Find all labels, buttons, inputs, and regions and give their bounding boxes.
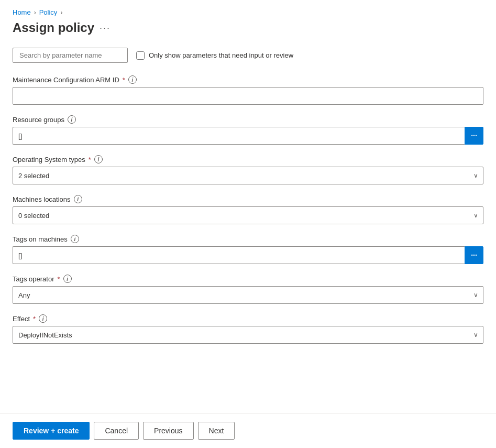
- machines-locations-dropdown-container: 0 selected ∨: [13, 206, 483, 224]
- os-types-label-row: Operating System types * i: [13, 155, 483, 163]
- resource-groups-input-row: ···: [13, 127, 483, 145]
- maintenance-config-label: Maintenance Configuration ARM ID: [13, 76, 119, 84]
- bottom-action-bar: Review + create Cancel Previous Next: [0, 413, 496, 448]
- tags-operator-dropdown-container: Any All ∨: [13, 286, 483, 304]
- os-types-info-icon[interactable]: i: [94, 155, 103, 163]
- effect-required: *: [33, 315, 36, 323]
- resource-groups-label-row: Resource groups i: [13, 115, 483, 124]
- tags-on-machines-input-row: ···: [13, 246, 483, 264]
- tags-on-machines-label-row: Tags on machines i: [13, 235, 483, 243]
- tags-operator-field: Tags operator * i Any All ∨: [13, 275, 483, 304]
- machines-locations-label: Machines locations: [13, 195, 71, 203]
- tags-operator-dropdown[interactable]: Any All: [13, 286, 483, 304]
- page-title-row: Assign policy ···: [13, 20, 483, 35]
- effect-info-icon[interactable]: i: [39, 314, 47, 323]
- page-menu-ellipsis[interactable]: ···: [100, 23, 111, 34]
- os-types-dropdown-container: 2 selected Windows Linux ∨: [13, 167, 483, 184]
- maintenance-config-field: Maintenance Configuration ARM ID * i: [13, 75, 483, 105]
- filter-row: Only show parameters that need input or …: [13, 48, 483, 63]
- content-area: Home › Policy › Assign policy ··· Only s…: [0, 0, 496, 413]
- maintenance-config-input[interactable]: [13, 87, 483, 105]
- tags-operator-info-icon[interactable]: i: [63, 275, 72, 283]
- tags-on-machines-label: Tags on machines: [13, 235, 68, 243]
- machines-locations-dropdown[interactable]: 0 selected: [13, 206, 483, 224]
- os-types-required: *: [89, 156, 91, 163]
- effect-label-row: Effect * i: [13, 314, 483, 323]
- tags-operator-label: Tags operator: [13, 275, 54, 283]
- maintenance-config-required: *: [123, 76, 125, 84]
- breadcrumb-policy[interactable]: Policy: [39, 8, 58, 16]
- tags-operator-label-row: Tags operator * i: [13, 275, 483, 283]
- resource-groups-label: Resource groups: [13, 116, 64, 124]
- only-show-checkbox[interactable]: [136, 51, 145, 60]
- review-create-button[interactable]: Review + create: [13, 422, 90, 440]
- resource-groups-browse-btn[interactable]: ···: [465, 127, 483, 145]
- cancel-button[interactable]: Cancel: [94, 422, 139, 440]
- page-container: Home › Policy › Assign policy ··· Only s…: [0, 0, 496, 448]
- machines-locations-label-row: Machines locations i: [13, 195, 483, 203]
- tags-on-machines-info-icon[interactable]: i: [71, 235, 79, 243]
- tags-on-machines-field: Tags on machines i ···: [13, 235, 483, 264]
- os-types-label: Operating System types: [13, 156, 85, 163]
- previous-button[interactable]: Previous: [143, 422, 193, 440]
- os-types-dropdown[interactable]: 2 selected Windows Linux: [13, 167, 483, 184]
- tags-on-machines-browse-btn[interactable]: ···: [465, 246, 483, 264]
- effect-label: Effect: [13, 315, 30, 323]
- maintenance-config-label-row: Maintenance Configuration ARM ID * i: [13, 75, 483, 84]
- breadcrumb-sep-2: ›: [60, 9, 62, 16]
- resource-groups-field: Resource groups i ···: [13, 115, 483, 145]
- next-button[interactable]: Next: [198, 422, 235, 440]
- search-input[interactable]: [13, 48, 128, 63]
- effect-field: Effect * i DeployIfNotExists Disabled ∨: [13, 314, 483, 344]
- only-show-checkbox-label[interactable]: Only show parameters that need input or …: [136, 51, 293, 60]
- effect-dropdown-container: DeployIfNotExists Disabled ∨: [13, 326, 483, 344]
- effect-dropdown[interactable]: DeployIfNotExists Disabled: [13, 326, 483, 344]
- os-types-field: Operating System types * i 2 selected Wi…: [13, 155, 483, 184]
- machines-locations-info-icon[interactable]: i: [74, 195, 82, 203]
- resource-groups-input[interactable]: [13, 127, 465, 145]
- machines-locations-field: Machines locations i 0 selected ∨: [13, 195, 483, 224]
- checkbox-label-text: Only show parameters that need input or …: [149, 51, 293, 59]
- breadcrumb-home[interactable]: Home: [13, 8, 31, 16]
- maintenance-config-info-icon[interactable]: i: [128, 75, 137, 84]
- tags-operator-required: *: [58, 275, 60, 283]
- breadcrumb: Home › Policy ›: [13, 8, 483, 16]
- breadcrumb-sep-1: ›: [34, 9, 36, 16]
- resource-groups-info-icon[interactable]: i: [68, 115, 76, 124]
- tags-on-machines-input[interactable]: [13, 246, 465, 264]
- page-title: Assign policy: [13, 20, 94, 35]
